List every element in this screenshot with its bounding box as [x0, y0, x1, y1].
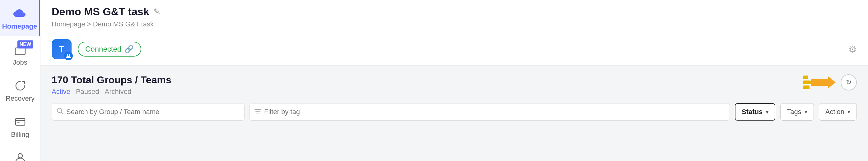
tab-paused[interactable]: Paused — [76, 88, 99, 96]
app-icon: T — [52, 39, 71, 59]
recovery-icon — [13, 79, 27, 93]
bar-2 — [803, 80, 811, 84]
sidebar-item-homepage[interactable]: Homepage — [0, 0, 40, 36]
people-icon-overlay — [64, 52, 73, 60]
sidebar-label-recovery: Recovery — [6, 95, 34, 103]
refresh-button[interactable]: ↻ — [841, 74, 857, 91]
tag-filter-input[interactable] — [249, 103, 730, 121]
cloud-icon — [13, 7, 26, 21]
progress-arrow — [803, 74, 836, 90]
content-area: 170 Total Groups / Teams Active Paused A… — [40, 66, 868, 161]
billing-icon — [13, 115, 27, 129]
filter-icon — [254, 108, 261, 116]
edit-icon[interactable]: ✎ — [154, 7, 160, 17]
arrow-bars — [803, 75, 811, 89]
connected-bar: T Connected 🔗 ⚙ — [40, 33, 868, 66]
svg-line-10 — [61, 112, 63, 114]
arrow-svg — [811, 74, 836, 90]
sidebar-item-billing[interactable]: Billing — [0, 108, 40, 144]
bar-3 — [803, 86, 809, 89]
header-right: ↻ — [803, 74, 857, 91]
filter-row: Status ▾ Tags ▾ Action ▾ — [52, 103, 857, 121]
tags-dropdown[interactable]: Tags ▾ — [780, 103, 813, 121]
sidebar-label-jobs: Jobs — [13, 58, 27, 66]
action-btn-label: Action — [826, 108, 844, 116]
user-icon — [13, 151, 27, 161]
search-icon — [57, 107, 63, 116]
connected-left: T Connected 🔗 — [52, 39, 141, 59]
svg-point-6 — [67, 54, 68, 56]
action-chevron-icon: ▾ — [847, 108, 850, 115]
title-row: Demo MS G&T task ✎ — [52, 6, 857, 18]
connected-label: Connected — [85, 45, 121, 54]
groups-info: 170 Total Groups / Teams Active Paused A… — [52, 74, 172, 96]
new-badge: NEW — [18, 40, 33, 49]
page-header: Demo MS G&T task ✎ Homepage > Demo MS G&… — [40, 0, 868, 33]
status-btn-label: Status — [742, 108, 763, 116]
tag-filter-wrap — [249, 103, 730, 121]
tab-active[interactable]: Active — [52, 88, 70, 96]
status-chevron-icon: ▾ — [766, 108, 769, 115]
main-content: Demo MS G&T task ✎ Homepage > Demo MS G&… — [40, 0, 868, 161]
groups-title: 170 Total Groups / Teams — [52, 74, 172, 86]
tab-archived[interactable]: Archived — [105, 88, 132, 96]
settings-icon[interactable]: ⚙ — [848, 44, 857, 55]
refresh-icon: ↻ — [846, 78, 851, 87]
tags-btn-label: Tags — [787, 108, 801, 116]
breadcrumb: Homepage > Demo MS G&T task — [52, 20, 857, 28]
svg-point-5 — [18, 154, 22, 158]
action-dropdown[interactable]: Action ▾ — [819, 103, 857, 121]
sidebar-label-billing: Billing — [11, 131, 29, 139]
tags-chevron-icon: ▾ — [805, 108, 807, 115]
sidebar-label-homepage: Homepage — [2, 22, 37, 30]
status-tabs: Active Paused Archived — [52, 88, 172, 96]
sidebar-item-users[interactable] — [0, 144, 40, 161]
sidebar-item-jobs[interactable]: NEW Jobs — [0, 36, 40, 72]
status-dropdown[interactable]: Status ▾ — [735, 103, 775, 121]
page-title: Demo MS G&T task — [52, 6, 149, 18]
bar-1 — [803, 75, 808, 79]
search-input[interactable] — [52, 103, 245, 121]
svg-rect-2 — [16, 119, 25, 125]
svg-point-7 — [69, 54, 70, 56]
sidebar: Homepage NEW Jobs Recovery — [0, 0, 40, 161]
svg-marker-8 — [811, 76, 836, 88]
connected-badge[interactable]: Connected 🔗 — [78, 42, 141, 57]
search-wrap — [52, 103, 245, 121]
link-icon: 🔗 — [124, 45, 134, 54]
content-header: 170 Total Groups / Teams Active Paused A… — [52, 74, 857, 96]
sidebar-item-recovery[interactable]: Recovery — [0, 72, 40, 108]
